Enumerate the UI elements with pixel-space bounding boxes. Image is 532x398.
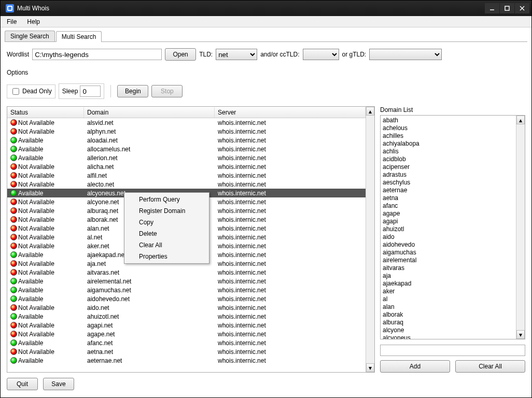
- stop-button[interactable]: Stop: [151, 85, 183, 97]
- sleep-input[interactable]: [80, 86, 101, 97]
- list-item[interactable]: achelous: [383, 124, 514, 132]
- minimize-button[interactable]: [485, 3, 499, 13]
- table-row[interactable]: Not Availableagapi.netwhois.internic.net: [7, 321, 366, 330]
- scroll-down-icon[interactable]: ▾: [366, 363, 374, 372]
- list-item[interactable]: acipenser: [383, 163, 514, 171]
- list-item[interactable]: aeschylus: [383, 179, 514, 187]
- list-item[interactable]: alborak: [383, 311, 514, 319]
- table-row[interactable]: Availableafanc.netwhois.internic.net: [7, 338, 366, 347]
- list-item[interactable]: ajaekapad: [383, 280, 514, 288]
- tabs: Single Search Multi Search: [5, 31, 527, 42]
- list-item[interactable]: ahuizotl: [383, 225, 514, 233]
- ctx-properties[interactable]: Properties: [125, 251, 208, 262]
- table-row[interactable]: Not Availableagape.netwhois.internic.net: [7, 330, 366, 338]
- table-row[interactable]: Not Availableaetna.netwhois.internic.net: [7, 347, 366, 356]
- table-row[interactable]: Availableallerion.netwhois.internic.net: [7, 153, 366, 162]
- wordlist-label: Wordlist: [7, 51, 29, 58]
- scroll-down-icon[interactable]: ▾: [516, 330, 525, 339]
- table-row[interactable]: Not Availablealfil.netwhois.internic.net: [7, 171, 366, 180]
- clear-all-button[interactable]: Clear All: [455, 360, 525, 373]
- table-row[interactable]: Availableallocamelus.netwhois.internic.n…: [7, 145, 366, 153]
- ctx-register-domain[interactable]: Register Domain: [125, 205, 208, 217]
- list-item[interactable]: agape: [383, 210, 514, 218]
- table-row[interactable]: Not Availableaido.netwhois.internic.net: [7, 303, 366, 312]
- status-text: Not Available: [18, 172, 54, 179]
- list-item[interactable]: aetna: [383, 194, 514, 202]
- wordlist-input[interactable]: [32, 49, 162, 60]
- list-item[interactable]: afanc: [383, 202, 514, 210]
- table-row[interactable]: Not Availablealicha.netwhois.internic.ne…: [7, 162, 366, 171]
- list-item[interactable]: aitvaras: [383, 264, 514, 272]
- list-item[interactable]: abath: [383, 117, 514, 124]
- status-orb-icon: [10, 278, 17, 285]
- save-button[interactable]: Save: [43, 378, 74, 390]
- table-row[interactable]: Availableairelemental.netwhois.internic.…: [7, 277, 366, 286]
- list-item[interactable]: achilles: [383, 132, 514, 140]
- table-row[interactable]: Availableaeternae.netwhois.internic.net: [7, 356, 366, 365]
- table-row[interactable]: Not Availablealphyn.netwhois.internic.ne…: [7, 127, 366, 136]
- tld-select[interactable]: net: [216, 49, 257, 60]
- status-text: Not Available: [18, 119, 54, 126]
- list-item[interactable]: aker: [383, 288, 514, 295]
- col-domain[interactable]: Domain: [84, 107, 215, 118]
- tab-multi-search[interactable]: Multi Search: [56, 31, 102, 42]
- status-orb-icon: [10, 154, 17, 161]
- add-button[interactable]: Add: [380, 360, 450, 373]
- tab-single-search[interactable]: Single Search: [5, 31, 55, 41]
- cctld-select[interactable]: [303, 49, 339, 60]
- list-item[interactable]: achiyalabopa: [383, 140, 514, 148]
- list-item[interactable]: al: [383, 295, 514, 303]
- status-orb-icon: [10, 260, 17, 267]
- ctx-perform-query[interactable]: Perform Query: [125, 194, 208, 205]
- table-row[interactable]: Availablealoadai.netwhois.internic.net: [7, 136, 366, 145]
- table-row[interactable]: Not Availableaitvaras.netwhois.internic.…: [7, 268, 366, 277]
- list-item[interactable]: acidblob: [383, 155, 514, 163]
- list-item[interactable]: aja: [383, 272, 514, 280]
- list-item[interactable]: alan: [383, 303, 514, 311]
- status-orb-icon: [10, 313, 17, 320]
- list-item[interactable]: agapi: [383, 218, 514, 225]
- col-server[interactable]: Server: [215, 107, 366, 118]
- ctx-delete[interactable]: Delete: [125, 228, 208, 239]
- server-cell: whois.internic.net: [215, 216, 366, 223]
- open-button[interactable]: Open: [165, 48, 196, 61]
- scroll-up-icon[interactable]: ▴: [516, 116, 525, 124]
- status-orb-icon: [10, 190, 17, 196]
- dead-only-checkbox[interactable]: Dead Only: [7, 84, 55, 98]
- table-row[interactable]: Availableaidohevedo.netwhois.internic.ne…: [7, 294, 366, 303]
- list-item[interactable]: alburaq: [383, 319, 514, 326]
- list-item[interactable]: achlis: [383, 148, 514, 155]
- list-item[interactable]: aigamuchas: [383, 249, 514, 257]
- status-text: Available: [18, 154, 43, 162]
- gtld-select[interactable]: [369, 49, 442, 60]
- domainlist-scrollbar[interactable]: ▴ ▾: [516, 116, 525, 339]
- results-scrollbar[interactable]: ▴ ▾: [366, 107, 374, 372]
- ctx-copy[interactable]: Copy: [125, 217, 208, 228]
- ctx-clear-all[interactable]: Clear All: [125, 239, 208, 251]
- tld-label: TLD:: [199, 51, 213, 58]
- table-row[interactable]: Not Availablealecto.netwhois.internic.ne…: [7, 180, 366, 189]
- list-item[interactable]: aeternae: [383, 187, 514, 194]
- list-item[interactable]: alcyoneus: [383, 334, 514, 339]
- list-item[interactable]: aidohevedo: [383, 241, 514, 249]
- begin-button[interactable]: Begin: [117, 85, 148, 97]
- list-item[interactable]: alcyone: [383, 326, 514, 334]
- domain-list-label: Domain List: [380, 106, 525, 113]
- scroll-up-icon[interactable]: ▴: [366, 107, 374, 116]
- table-row[interactable]: Availableahuizotl.netwhois.internic.net: [7, 312, 366, 321]
- list-item[interactable]: adrastus: [383, 171, 514, 179]
- status-orb-icon: [10, 322, 17, 329]
- maximize-button[interactable]: [500, 3, 514, 13]
- menu-file[interactable]: File: [4, 17, 20, 26]
- domain-add-input[interactable]: [380, 345, 525, 356]
- menu-help[interactable]: Help: [24, 17, 43, 26]
- list-item[interactable]: airelemental: [383, 257, 514, 264]
- table-row[interactable]: Not Availablealsvid.netwhois.internic.ne…: [7, 118, 366, 127]
- table-row[interactable]: Availableaigamuchas.netwhois.internic.ne…: [7, 286, 366, 294]
- status-text: Not Available: [18, 163, 54, 170]
- col-status[interactable]: Status: [7, 107, 84, 118]
- close-button[interactable]: [515, 3, 529, 13]
- quit-button[interactable]: Quit: [7, 378, 38, 390]
- status-text: Available: [18, 278, 43, 285]
- list-item[interactable]: aido: [383, 233, 514, 241]
